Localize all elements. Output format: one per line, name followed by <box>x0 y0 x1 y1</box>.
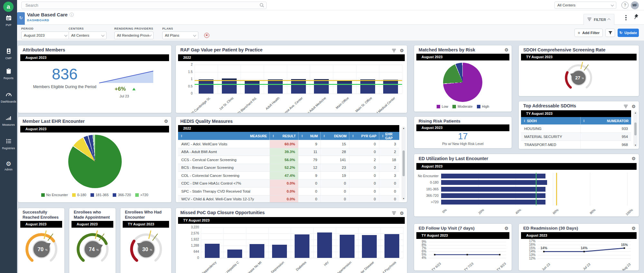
sort-icon[interactable]: ▲▼ <box>524 119 525 122</box>
gear-icon[interactable]: ⚙ <box>631 156 636 161</box>
pin-icon[interactable] <box>633 14 639 21</box>
legend-item[interactable]: 0-180 <box>72 193 86 197</box>
sidebar-item-registries[interactable]: Registries <box>0 138 17 150</box>
filter-lines-icon[interactable] <box>392 210 396 216</box>
table-row[interactable]: WCV - Child & Adol. Well-Care Visits 12-… <box>178 195 399 203</box>
column-header[interactable]: ▲▼MEASURE <box>178 132 270 140</box>
gear-icon[interactable]: ⚙ <box>400 211 404 215</box>
clear-filter-icon[interactable]: ✕ <box>204 33 209 38</box>
bar[interactable] <box>441 174 545 178</box>
sidebar-item-admin[interactable]: ⚙ Admin <box>0 161 17 171</box>
scroll-up-icon[interactable]: ▲ <box>402 127 405 129</box>
bar[interactable] <box>245 80 260 94</box>
period-select[interactable]: August 2023 <box>21 32 70 39</box>
sidebar-item-measures[interactable]: Measures <box>0 114 17 126</box>
gauge-chart[interactable]: 27% <box>562 61 596 95</box>
sidebar-item-pvp[interactable]: PVP <box>0 14 17 27</box>
legend-item[interactable]: High <box>477 105 489 108</box>
bar[interactable] <box>268 79 283 94</box>
table-row[interactable]: CDC - DM Care HbA1c Control <7%0.0%0000 <box>178 179 399 187</box>
rendering-providers-select[interactable]: All Rendering Provid... <box>114 32 154 39</box>
table-row[interactable]: ABA - Adult BMI Asmt39.3%112802 <box>178 148 399 156</box>
table-row[interactable]: HOUSING933 <box>521 124 631 132</box>
table-row[interactable]: AWC - Adol. WellCare Visits60.0%91503 <box>178 140 399 148</box>
bar[interactable] <box>317 232 332 258</box>
column-header-numerator[interactable]: ▲▼NUMERATOR <box>581 117 631 124</box>
gauge-chart[interactable]: 74% <box>73 229 113 269</box>
column-header[interactable]: ▲▼DENOM <box>321 132 349 140</box>
bar[interactable] <box>227 250 242 258</box>
column-header[interactable]: ▲▼NUM <box>298 132 321 140</box>
scroll-down-icon[interactable]: ▼ <box>402 197 405 200</box>
add-filter-button[interactable]: +Add Filter <box>574 29 603 37</box>
gauge-chart[interactable]: 70% <box>22 229 62 269</box>
scrollbar[interactable]: ▲▼ <box>402 126 406 200</box>
scroll-down-icon[interactable]: ▼ <box>634 144 637 146</box>
table-row[interactable]: COL - Colorectal Cancer Screening47.4%91… <box>178 171 399 179</box>
bar[interactable] <box>383 80 398 94</box>
legend-item[interactable]: No Encounter <box>41 193 68 197</box>
bar[interactable] <box>205 244 220 258</box>
bar[interactable] <box>337 80 352 94</box>
bar[interactable] <box>314 79 329 94</box>
bar[interactable] <box>384 234 399 258</box>
sort-icon[interactable]: ▲▼ <box>272 134 274 137</box>
bar[interactable] <box>291 79 306 94</box>
sidebar-item-dashboards[interactable]: Dashboards <box>0 91 17 103</box>
app-logo[interactable]: a <box>3 2 14 12</box>
line-chart[interactable] <box>428 242 506 258</box>
filter-toggle-button[interactable]: FILTER <box>583 14 614 25</box>
search-input[interactable] <box>21 2 267 9</box>
column-header-sdoh[interactable]: ▲▼SDOH <box>521 117 581 124</box>
sort-icon[interactable]: ▲▼ <box>583 119 585 122</box>
table-row[interactable]: BCS - Breast Cancer Screening52.2%122302 <box>178 164 399 172</box>
gear-icon[interactable]: ⚙ <box>400 48 404 53</box>
sort-icon[interactable]: ▲▼ <box>301 134 303 137</box>
pie-chart[interactable] <box>443 63 482 102</box>
plans-select[interactable]: All Plans <box>162 32 198 39</box>
filter-lines-icon[interactable] <box>624 104 628 109</box>
sync-tab[interactable]: ↻ <box>17 12 25 25</box>
help-button[interactable]: ? <box>621 2 629 9</box>
sidebar-item-cmp[interactable]: CMP <box>0 48 17 60</box>
gear-icon[interactable]: ⚙ <box>631 226 636 231</box>
filter-lines-icon[interactable] <box>392 48 396 53</box>
sort-icon[interactable]: ▲▼ <box>181 134 182 137</box>
table-row[interactable]: SPC - Statin Therapy CVD Received Total0… <box>178 187 399 195</box>
table-row[interactable]: MATERIAL SECURITY954 <box>521 132 631 141</box>
sort-icon[interactable]: ▲▼ <box>323 134 325 137</box>
legend-item[interactable]: 181-365 <box>90 193 109 197</box>
pie-chart[interactable] <box>68 135 122 188</box>
scroll-thumb[interactable] <box>402 150 405 177</box>
legend-item[interactable]: Low <box>437 105 448 108</box>
bar[interactable] <box>272 245 287 258</box>
sort-icon[interactable]: ▲▼ <box>382 134 384 137</box>
column-header[interactable]: ▲▼RESULT <box>270 132 298 140</box>
search-icon[interactable] <box>260 3 264 9</box>
table-row[interactable]: TRANSPORT-MED968 <box>521 141 631 149</box>
gauge-chart[interactable]: 30% <box>126 229 166 269</box>
info-icon[interactable]: i <box>70 13 74 17</box>
column-header[interactable]: ▲▼PYR GAP <box>349 132 379 140</box>
avatar[interactable]: MF <box>631 1 639 9</box>
sort-icon[interactable]: ▲▼ <box>352 134 354 137</box>
sparkline-chart[interactable] <box>99 68 154 84</box>
bar[interactable] <box>441 180 547 185</box>
scrollbar[interactable]: ▲▼ <box>633 111 638 147</box>
centers-select[interactable]: All Centers <box>69 32 107 39</box>
bar[interactable] <box>340 235 355 258</box>
legend-item[interactable]: >720 <box>135 193 148 197</box>
gear-icon[interactable]: ⚙ <box>504 226 508 231</box>
gear-icon[interactable]: ⚙ <box>164 119 168 123</box>
column-header[interactable]: ▲▼EHR GAP <box>379 132 399 140</box>
bar[interactable] <box>199 79 213 94</box>
update-button[interactable]: ↻Update <box>618 29 639 37</box>
bar[interactable] <box>250 244 264 258</box>
bar[interactable] <box>362 235 377 258</box>
centers-global-select[interactable]: All Centers <box>554 2 616 9</box>
legend-item[interactable]: 366-720 <box>113 193 131 197</box>
bar[interactable] <box>441 187 545 192</box>
gear-icon[interactable]: ⚙ <box>631 104 636 109</box>
bar[interactable] <box>360 79 375 94</box>
sidebar-item-reports[interactable]: Reports <box>0 68 17 80</box>
